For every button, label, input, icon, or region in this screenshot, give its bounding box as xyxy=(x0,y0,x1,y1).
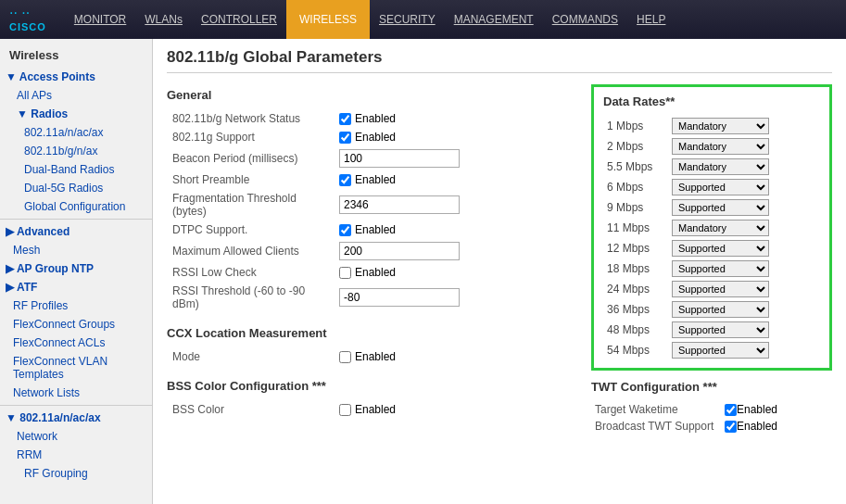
data-rate-row-9mbps: 9 Mbps Mandatory Supported Disabled xyxy=(603,197,820,218)
data-rate-select-24mbps[interactable]: Mandatory Supported Disabled xyxy=(672,281,769,297)
main-layout: Wireless ▼ Access Points All APs ▼ Radio… xyxy=(0,39,846,504)
top-navigation: ·· ·· CISCO MONITOR WLANs CONTROLLER WIR… xyxy=(0,0,846,39)
nav-item-wireless[interactable]: WIRELESS xyxy=(286,0,370,39)
checkbox-g-support[interactable] xyxy=(339,132,351,144)
checkbox-label-ccx-mode: Enabled xyxy=(355,350,396,363)
checkbox-short-preamble[interactable] xyxy=(339,174,351,186)
sidebar-item-global-config[interactable]: Global Configuration xyxy=(0,197,152,216)
data-rate-row-6mbps: 6 Mbps Mandatory Supported Disabled xyxy=(603,177,820,197)
twt-label-target: Target Waketime xyxy=(591,401,721,418)
sidebar-item-network-lists[interactable]: Network Lists xyxy=(0,384,152,402)
checkbox-label-network-status: Enabled xyxy=(355,112,396,125)
checkbox-label-g-support: Enabled xyxy=(355,131,396,144)
left-column: General 802.11b/g Network Status Enabled… xyxy=(167,84,576,435)
sidebar-item-dual-band[interactable]: Dual-Band Radios xyxy=(0,160,152,179)
sidebar-item-all-aps[interactable]: All APs xyxy=(0,86,152,105)
field-label-frag-threshold: Fragmentation Threshold (bytes) xyxy=(167,189,334,220)
data-rate-select-9mbps[interactable]: Mandatory Supported Disabled xyxy=(672,199,769,216)
data-rate-row-54mbps: 54 Mbps Mandatory Supported Disabled xyxy=(603,340,820,360)
data-rate-select-1mbps[interactable]: Mandatory Supported Disabled xyxy=(672,118,769,134)
data-rate-select-2mbps[interactable]: Mandatory Supported Disabled xyxy=(672,138,769,155)
data-rate-select-18mbps[interactable]: Mandatory Supported Disabled xyxy=(672,260,769,277)
nav-item-security[interactable]: SECURITY xyxy=(370,0,445,39)
input-max-clients[interactable] xyxy=(339,242,460,260)
data-rate-label-36mbps: 36 Mbps xyxy=(603,299,668,320)
sidebar-item-80211a-parent[interactable]: ▼ 802.11a/n/ac/ax xyxy=(0,409,152,427)
sidebar-item-rrm[interactable]: RRM xyxy=(0,446,152,464)
data-rate-label-48mbps: 48 Mbps xyxy=(603,320,668,340)
nav-item-wlans[interactable]: WLANs xyxy=(135,0,192,39)
checkbox-label-broadcast-twt: Enabled xyxy=(737,420,777,433)
ccx-form-table: Mode Enabled xyxy=(167,347,576,366)
table-row: 802.11g Support Enabled xyxy=(167,128,576,146)
data-rate-label-9mbps: 9 Mbps xyxy=(603,197,668,218)
sidebar-divider-2 xyxy=(0,405,152,406)
general-section-header: General xyxy=(167,88,576,102)
sidebar-item-network[interactable]: Network xyxy=(0,427,152,446)
data-rate-label-5mbps: 5.5 Mbps xyxy=(603,157,668,177)
data-rates-box: Data Rates** 1 Mbps Mandatory Supported … xyxy=(591,84,832,371)
cisco-logo-area: ·· ·· CISCO xyxy=(9,6,46,33)
input-rssi-threshold[interactable] xyxy=(339,288,460,307)
data-rate-select-12mbps[interactable]: Mandatory Supported Disabled xyxy=(672,240,769,257)
field-label-rssi-low: RSSI Low Check xyxy=(167,263,334,282)
table-row: RSSI Threshold (-60 to -90 dBm) xyxy=(167,282,576,313)
data-rate-select-11mbps[interactable]: Mandatory Supported Disabled xyxy=(672,220,769,236)
sidebar-item-rf-profiles[interactable]: RF Profiles xyxy=(0,296,152,315)
data-rate-row-48mbps: 48 Mbps Mandatory Supported Disabled xyxy=(603,320,820,340)
cisco-logo: ·· ·· CISCO xyxy=(9,6,46,33)
field-label-network-status: 802.11b/g Network Status xyxy=(167,109,334,128)
sidebar-item-radios[interactable]: ▼ Radios xyxy=(0,105,152,123)
checkbox-label-short-preamble: Enabled xyxy=(355,173,396,186)
data-rate-select-48mbps[interactable]: Mandatory Supported Disabled xyxy=(672,321,769,338)
data-rate-row-18mbps: 18 Mbps Mandatory Supported Disabled xyxy=(603,258,820,279)
sidebar-item-rf-grouping[interactable]: RF Grouping xyxy=(0,464,152,483)
sidebar-item-mesh[interactable]: Mesh xyxy=(0,241,152,259)
checkbox-bss-color[interactable] xyxy=(339,404,351,416)
checkbox-network-status[interactable] xyxy=(339,113,351,125)
nav-menu: MONITOR WLANs CONTROLLER WIRELESS SECURI… xyxy=(65,0,676,39)
twt-row-broadcast: Broadcast TWT Support Enabled xyxy=(591,418,832,435)
data-rate-row-2mbps: 2 Mbps Mandatory Supported Disabled xyxy=(603,136,820,157)
nav-item-help[interactable]: HELP xyxy=(627,0,675,39)
sidebar-item-dual-5g[interactable]: Dual-5G Radios xyxy=(0,179,152,197)
checkbox-target-waketime[interactable] xyxy=(725,404,737,416)
sidebar-item-80211anac[interactable]: 802.11a/n/ac/ax xyxy=(0,123,152,142)
general-form-table: 802.11b/g Network Status Enabled 802.11g… xyxy=(167,109,576,313)
table-row: Maximum Allowed Clients xyxy=(167,239,576,263)
table-row: BSS Color Enabled xyxy=(167,400,576,419)
sidebar-item-80211bg[interactable]: 802.11b/g/n/ax xyxy=(0,142,152,160)
data-rate-select-54mbps[interactable]: Mandatory Supported Disabled xyxy=(672,342,769,359)
right-column: Data Rates** 1 Mbps Mandatory Supported … xyxy=(591,84,832,435)
checkbox-broadcast-twt[interactable] xyxy=(725,421,737,433)
data-rate-select-5mbps[interactable]: Mandatory Supported Disabled xyxy=(672,158,769,175)
sidebar-item-flexconnect-acls[interactable]: FlexConnect ACLs xyxy=(0,334,152,352)
input-frag-threshold[interactable] xyxy=(339,195,460,214)
data-rate-label-54mbps: 54 Mbps xyxy=(603,340,668,360)
sidebar-item-atf[interactable]: ▶ ATF xyxy=(0,278,152,296)
sidebar-item-flexconnect-vlan[interactable]: FlexConnect VLAN Templates xyxy=(0,352,152,384)
checkbox-label-target-waketime: Enabled xyxy=(737,403,777,416)
nav-item-controller[interactable]: CONTROLLER xyxy=(192,0,286,39)
data-rates-table: 1 Mbps Mandatory Supported Disabled 2 Mb… xyxy=(603,116,820,360)
checkbox-dtpc[interactable] xyxy=(339,224,351,236)
checkbox-ccx-mode[interactable] xyxy=(339,351,351,363)
sidebar-item-flexconnect-groups[interactable]: FlexConnect Groups xyxy=(0,315,152,334)
data-rate-label-11mbps: 11 Mbps xyxy=(603,218,668,238)
data-rate-select-6mbps[interactable]: Mandatory Supported Disabled xyxy=(672,179,769,195)
sidebar-item-ap-group-ntp[interactable]: ▶ AP Group NTP xyxy=(0,259,152,278)
data-rate-row-12mbps: 12 Mbps Mandatory Supported Disabled xyxy=(603,238,820,258)
checkbox-rssi-low[interactable] xyxy=(339,267,351,279)
field-label-ccx-mode: Mode xyxy=(167,347,334,366)
nav-item-management[interactable]: MANAGEMENT xyxy=(445,0,543,39)
input-beacon-period[interactable] xyxy=(339,149,460,168)
data-rate-select-36mbps[interactable]: Mandatory Supported Disabled xyxy=(672,301,769,318)
sidebar-item-advanced[interactable]: ▶ Advanced xyxy=(0,222,152,241)
sidebar-item-access-points[interactable]: ▼ Access Points xyxy=(0,68,152,86)
ccx-section-header: CCX Location Measurement xyxy=(167,326,576,340)
data-rate-row-24mbps: 24 Mbps Mandatory Supported Disabled xyxy=(603,279,820,299)
sidebar-divider-1 xyxy=(0,219,152,220)
nav-item-commands[interactable]: COMMANDS xyxy=(543,0,627,39)
nav-item-monitor[interactable]: MONITOR xyxy=(65,0,135,39)
table-row: RSSI Low Check Enabled xyxy=(167,263,576,282)
